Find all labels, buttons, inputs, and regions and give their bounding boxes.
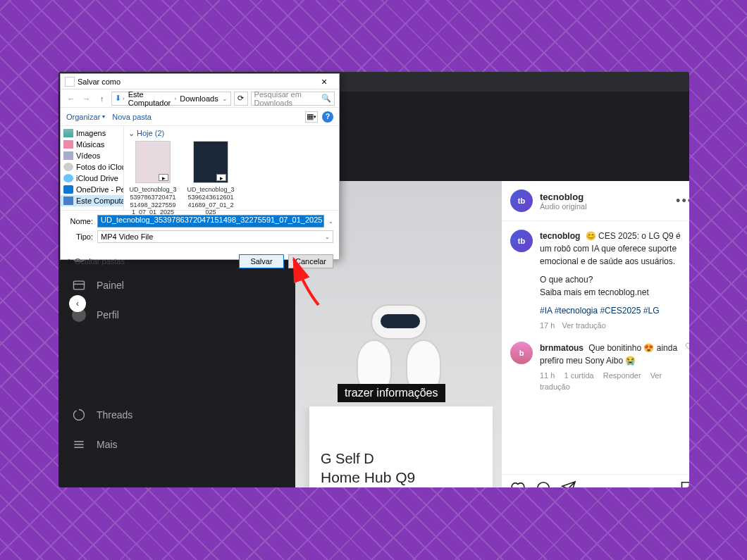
nav-label: Mais: [97, 439, 118, 450]
organize-button[interactable]: Organizar ▾: [66, 113, 105, 121]
tree-item[interactable]: Fotos do iCloud: [61, 161, 123, 173]
dialog-footer: ⌃ Ocultar pastas Salvar Cancelar: [61, 250, 339, 273]
threads-icon: [71, 407, 87, 423]
help-icon[interactable]: ?: [322, 111, 333, 123]
post-header: tb tecnoblog Áudio original •••: [502, 181, 689, 221]
post-caption: tb tecnoblog 😊 CES 2025: o LG Q9 é um ro…: [510, 230, 689, 332]
dialog-body: Imagens Músicas Vídeos Fotos do iCloud i…: [61, 126, 339, 211]
like-comment-icon[interactable]: [685, 342, 689, 393]
tree-item[interactable]: Imagens: [61, 127, 123, 139]
close-icon[interactable]: ×: [314, 76, 335, 87]
nav-more[interactable]: Mais: [61, 430, 232, 459]
file-pane: ⌄ Hoje (2) ▶ UD_tecnoblog_35397863720471…: [124, 126, 339, 210]
file-item[interactable]: ▶ UD_tecnoblog_3539786372047151498_32275…: [128, 141, 178, 216]
hashtags[interactable]: #IA #tecnologia #CES2025 #LG: [540, 304, 689, 317]
post-audio[interactable]: Áudio original: [540, 202, 587, 211]
dialog-nav: ← → ↑ ⬇ › Este Computador › Downloads ⌄ …: [61, 89, 339, 108]
tree-item[interactable]: iCloud Drive: [61, 173, 123, 184]
more-icon[interactable]: •••: [676, 194, 689, 209]
post-modal: G Self D Home Hub Q9 trazer informações …: [295, 181, 689, 487]
nav-label: Threads: [97, 409, 132, 421]
name-label: Nome:: [66, 217, 93, 225]
refresh-icon[interactable]: ⟳: [234, 92, 248, 106]
panel-icon: [71, 278, 87, 293]
cancel-button[interactable]: Cancelar: [288, 254, 333, 268]
tree-item[interactable]: Vídeos: [61, 150, 123, 161]
nav-label: Painel: [97, 280, 124, 291]
tree-item[interactable]: Músicas: [61, 139, 123, 150]
back-button[interactable]: ‹: [69, 295, 86, 312]
post-sidebar: tb tecnoblog Áudio original ••• tb tecno…: [502, 181, 689, 487]
dialog-fields: Nome: UD_tecnoblog_3539786372047151498_3…: [61, 211, 339, 250]
group-header[interactable]: ⌄ Hoje (2): [128, 129, 335, 138]
comment-icon[interactable]: [536, 480, 551, 487]
tree-item-selected[interactable]: Este Computador: [61, 195, 123, 206]
search-icon: 🔍: [321, 94, 331, 103]
video-robot: [350, 304, 448, 431]
type-select[interactable]: MP4 Video File⌄: [97, 230, 333, 243]
nav-label: Perfil: [97, 309, 119, 321]
file-item[interactable]: ▶ UD_tecnoblog_3539624361260141689_07_01…: [186, 141, 235, 216]
save-icon[interactable]: [678, 480, 689, 487]
menu-icon: [71, 437, 87, 452]
filename-input[interactable]: UD_tecnoblog_3539786372047151498_3227559…: [97, 215, 324, 228]
pedestal-text: G Self D Home Hub Q9: [321, 449, 415, 487]
view-mode-button[interactable]: ▦ ▾: [305, 111, 318, 123]
new-folder-button[interactable]: Nova pasta: [112, 113, 152, 121]
thumbnail: ▶: [135, 141, 171, 183]
hide-folders-button[interactable]: ⌃ Ocultar pastas: [66, 257, 125, 266]
nav-threads[interactable]: Threads: [61, 400, 232, 430]
avatar[interactable]: tb: [510, 230, 533, 252]
download-icon: ⬇: [115, 94, 121, 103]
svg-point-3: [538, 483, 550, 487]
avatar[interactable]: tb: [510, 189, 533, 212]
folder-tree: Imagens Músicas Vídeos Fotos do iCloud i…: [61, 126, 124, 210]
post-body: tb tecnoblog 😊 CES 2025: o LG Q9 é um ro…: [502, 221, 689, 474]
forward-icon[interactable]: →: [80, 92, 93, 105]
dialog-title: Salvar como: [78, 77, 121, 86]
type-label: Tipo:: [66, 232, 93, 241]
breadcrumb[interactable]: ⬇ › Este Computador › Downloads ⌄: [111, 92, 231, 106]
thumbnail: ▶: [193, 141, 228, 183]
nav-panel[interactable]: Painel: [61, 270, 232, 300]
share-icon[interactable]: [561, 480, 576, 487]
dialog-titlebar: Salvar como ×: [61, 74, 339, 89]
nav-profile[interactable]: Perfil: [61, 300, 232, 330]
tree-item[interactable]: OneDrive - Person: [61, 184, 123, 195]
back-icon[interactable]: ←: [65, 92, 78, 105]
post-username[interactable]: tecnoblog: [540, 192, 587, 202]
save-button[interactable]: Salvar: [239, 254, 284, 268]
svg-rect-2: [74, 281, 85, 290]
avatar[interactable]: b: [510, 342, 533, 364]
chevron-down-icon[interactable]: ⌄: [328, 218, 333, 225]
save-as-dialog: Salvar como × ← → ↑ ⬇ › Este Computador …: [60, 73, 340, 260]
comment: b brnmatous Que bonitinho 😍 ainda prefir…: [510, 342, 689, 393]
video-caption-chip: trazer informações: [338, 384, 445, 402]
up-icon[interactable]: ↑: [96, 92, 109, 105]
post-actions: 55 curtidas há 17 horas: [502, 474, 689, 487]
app-icon: [65, 77, 75, 87]
like-icon[interactable]: [510, 480, 526, 487]
dialog-toolbar: Organizar ▾ Nova pasta ▦ ▾ ?: [61, 108, 339, 126]
search-input[interactable]: Pesquisar em Downloads 🔍: [251, 92, 335, 106]
